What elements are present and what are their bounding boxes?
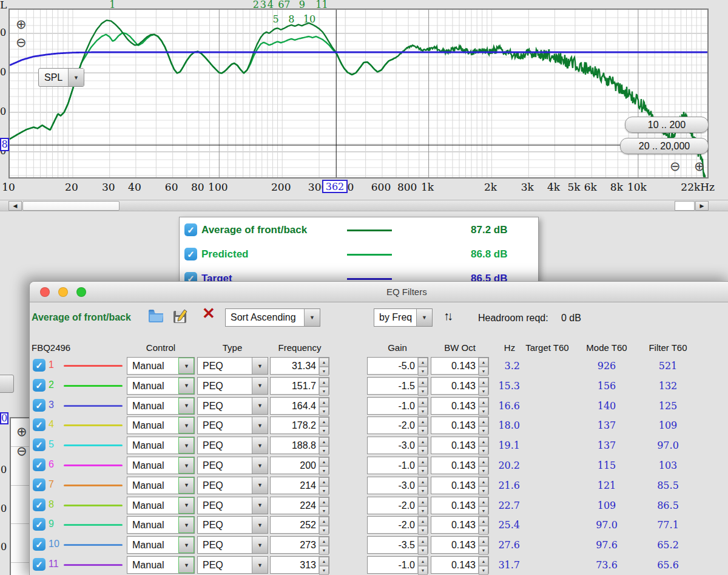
spinner-down-icon[interactable]: ▼ [418,426,428,435]
filter-type-select[interactable]: PEQ▼ [197,556,268,574]
spinner-down-icon[interactable]: ▼ [319,486,329,495]
filter-type-select[interactable]: PEQ▼ [197,477,268,494]
eq-filter-marker-8[interactable]: 8 [288,13,294,25]
spl-chart[interactable]: ⊕ ⊖ SPL ▼ 10 .. 200 20 .. 20,000 ⊖ ⊕ [8,9,709,179]
gain-spinner[interactable]: -3.5▲▼ [367,536,428,554]
bandwidth-spinner[interactable]: 0.143▲▼ [431,497,489,514]
filter-type-select[interactable]: PEQ▼ [197,516,268,534]
gain-spinner[interactable]: -1.5▲▼ [367,377,428,395]
spinner-up-icon[interactable]: ▲ [418,477,428,486]
control-select[interactable]: Manual▼ [127,377,195,395]
chevron-down-icon[interactable]: ▼ [178,477,194,494]
bandwidth-spinner[interactable]: 0.143▲▼ [431,437,489,454]
frequency-spinner[interactable]: 200▲▼ [270,457,329,474]
filter-enabled-checkbox[interactable]: ✓ [33,518,46,531]
bandwidth-spinner[interactable]: 0.143▲▼ [431,457,489,474]
chevron-down-icon[interactable]: ▼ [68,69,84,86]
close-window-icon[interactable] [40,287,50,297]
filter-type-select[interactable]: PEQ▼ [197,357,268,375]
eq-filter-marker-2[interactable]: 2 [253,0,259,10]
chevron-down-icon[interactable]: ▼ [178,497,194,514]
spinner-up-icon[interactable]: ▲ [418,517,428,526]
eq-filter-marker-10[interactable]: 10 [303,13,315,25]
spinner-down-icon[interactable]: ▼ [319,446,329,455]
spinner-up-icon[interactable]: ▲ [418,457,428,466]
spinner-up-icon[interactable]: ▲ [319,477,329,486]
gain-spinner[interactable]: -1.0▲▼ [367,397,428,415]
chevron-down-icon[interactable]: ▼ [416,309,432,326]
spinner-down-icon[interactable]: ▼ [319,566,329,575]
spinner-down-icon[interactable]: ▼ [418,446,428,455]
zoom-in-icon[interactable]: ⊕ [16,426,27,438]
chevron-down-icon[interactable]: ▼ [252,557,268,573]
filter-type-select[interactable]: PEQ▼ [197,397,268,415]
filter-type-select[interactable]: PEQ▼ [197,377,268,395]
spinner-down-icon[interactable]: ▼ [319,546,329,555]
gain-spinner[interactable]: -1.0▲▼ [367,457,428,474]
chevron-down-icon[interactable]: ▼ [252,517,268,533]
spinner-down-icon[interactable]: ▼ [319,367,329,376]
filter-enabled-checkbox[interactable]: ✓ [33,478,46,491]
bandwidth-spinner[interactable]: 0.143▲▼ [431,417,489,434]
bandwidth-spinner[interactable]: 0.143▲▼ [431,556,489,574]
spinner-up-icon[interactable]: ▲ [418,497,428,506]
eq-filter-marker-11[interactable]: 11 [315,0,328,10]
scroll-left-icon[interactable]: ◀ [8,201,22,211]
spinner-up-icon[interactable]: ▲ [319,457,329,466]
chevron-down-icon[interactable]: ▼ [178,378,194,394]
spinner-up-icon[interactable]: ▲ [319,497,329,506]
control-select[interactable]: Manual▼ [127,417,195,434]
zoom-in-x-icon[interactable]: ⊕ [694,160,705,173]
spinner-down-icon[interactable]: ▼ [418,506,428,515]
minimize-window-icon[interactable] [58,287,68,297]
filter-type-select[interactable]: PEQ▼ [197,457,268,474]
spinner-down-icon[interactable]: ▼ [418,526,428,535]
control-select[interactable]: Manual▼ [127,477,195,494]
frequency-spinner[interactable]: 151.7▲▼ [270,377,329,395]
spinner-down-icon[interactable]: ▼ [319,466,329,475]
filter-type-select[interactable]: PEQ▼ [197,437,268,454]
spinner-down-icon[interactable]: ▼ [418,367,428,376]
spinner-down-icon[interactable]: ▼ [418,387,428,396]
zoom-in-icon[interactable]: ⊕ [16,18,27,31]
spinner-down-icon[interactable]: ▼ [418,466,428,475]
zoom-out-icon[interactable]: ⊖ [16,445,27,458]
chevron-down-icon[interactable]: ▼ [178,358,194,374]
gain-spinner[interactable]: -1.0▲▼ [367,556,428,574]
chevron-down-icon[interactable]: ▼ [304,309,320,326]
chevron-down-icon[interactable]: ▼ [178,517,194,533]
freq-range-button-10-200[interactable]: 10 .. 200 [625,117,709,133]
gain-spinner[interactable]: -5.0▲▼ [367,357,428,375]
gain-spinner[interactable]: -3.0▲▼ [367,437,428,454]
gain-spinner[interactable]: -3.0▲▼ [367,477,428,494]
eq-filter-marker-9[interactable]: 9 [299,0,305,10]
spinner-down-icon[interactable]: ▼ [418,546,428,555]
legend-checkbox[interactable]: ✓ [184,248,197,260]
spinner-up-icon[interactable]: ▲ [418,557,428,566]
chevron-down-icon[interactable]: ▼ [252,378,268,394]
spinner-up-icon[interactable]: ▲ [319,378,329,387]
chevron-down-icon[interactable]: ▼ [178,398,194,414]
eq-filter-marker-4[interactable]: 4 [268,0,274,10]
frequency-spinner[interactable]: 178.2▲▼ [270,417,329,434]
spinner-up-icon[interactable]: ▲ [319,398,329,407]
control-select[interactable]: Manual▼ [127,437,195,454]
scroll-right-icon[interactable]: ▶ [695,201,709,211]
legend-checkbox[interactable]: ✓ [184,223,197,236]
frequency-spinner[interactable]: 164.4▲▼ [270,397,329,415]
chevron-down-icon[interactable]: ▼ [252,457,268,474]
bandwidth-spinner[interactable]: 0.143▲▼ [431,377,489,395]
frequency-spinner[interactable]: 188.8▲▼ [270,437,329,454]
filter-enabled-checkbox[interactable]: ✓ [33,458,46,471]
chevron-down-icon[interactable]: ▼ [252,358,268,374]
frequency-spinner[interactable]: 273▲▼ [270,536,329,554]
bandwidth-spinner[interactable]: 0.143▲▼ [431,536,489,554]
eq-filter-marker-7[interactable]: 7 [284,0,290,10]
spinner-down-icon[interactable]: ▼ [319,506,329,515]
maximize-window-icon[interactable] [76,287,86,297]
spinner-up-icon[interactable]: ▲ [418,398,428,407]
spinner-down-icon[interactable]: ▼ [319,526,329,535]
bandwidth-spinner[interactable]: 0.143▲▼ [431,516,489,534]
chevron-down-icon[interactable]: ▼ [252,437,268,454]
spinner-up-icon[interactable]: ▲ [319,417,329,426]
